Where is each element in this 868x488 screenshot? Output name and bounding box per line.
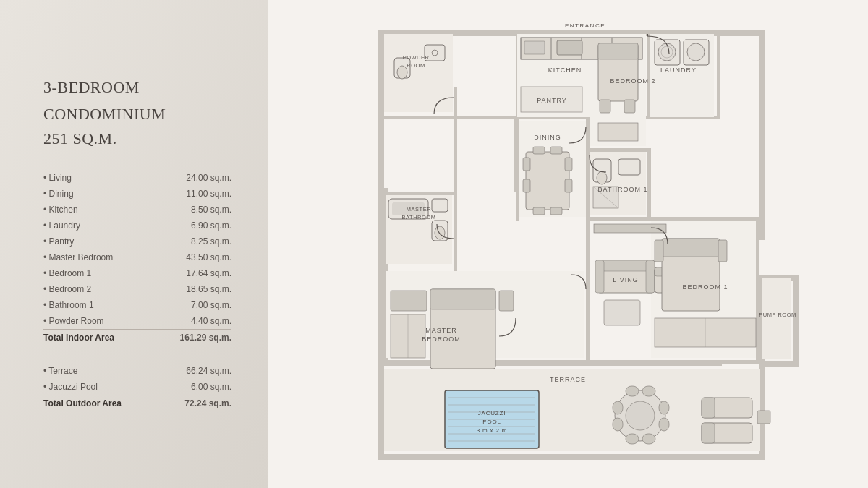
right-panel: ENTRANCE KITCHEN LAUNDRY PANTRY POWDER R… — [268, 0, 868, 488]
svg-rect-100 — [595, 260, 604, 293]
floorplan-svg: ENTRANCE KITCHEN LAUNDRY PANTRY POWDER R… — [315, 14, 821, 474]
svg-rect-30 — [586, 148, 651, 152]
terrace-label: TERRACE — [550, 376, 586, 383]
spec-row: • Pantry 8.25 sq.m. — [43, 234, 231, 249]
floorplan-container: ENTRANCE KITCHEN LAUNDRY PANTRY POWDER R… — [315, 14, 821, 474]
svg-rect-35 — [516, 116, 519, 148]
specs-table: • Living 24.00 sq.m. • Dining 11.00 sq.m… — [43, 170, 231, 411]
spec-value: 8.25 sq.m. — [157, 234, 231, 249]
svg-point-72 — [687, 43, 705, 61]
outdoor-spec-label: • Jacuzzi Pool — [43, 379, 157, 395]
spec-row: • Dining 11.00 sq.m. — [43, 186, 231, 202]
bed1-label: BEDROOM 1 — [682, 283, 728, 291]
svg-rect-74 — [523, 158, 530, 171]
svg-rect-34 — [516, 148, 519, 221]
spec-label: • Pantry — [43, 234, 157, 249]
left-panel: 3-BEDROOM CONDOMINIUM 251 SQ.M. • Living… — [0, 0, 268, 488]
spec-value: 17.64 sq.m. — [157, 265, 231, 281]
svg-rect-95 — [499, 291, 514, 311]
spec-value: 43.50 sq.m. — [157, 249, 231, 265]
svg-point-88 — [597, 171, 607, 184]
jacuzzi-size: 3 m x 2 m — [477, 427, 507, 434]
entrance-label: ENTRANCE — [565, 22, 605, 29]
svg-rect-75 — [523, 179, 530, 192]
outdoor-spec-row: • Terrace 66.24 sq.m. — [43, 363, 231, 379]
total-outdoor-label: Total Outdoor Area — [43, 395, 157, 412]
svg-rect-25 — [756, 217, 760, 361]
spec-label: • Bathroom 1 — [43, 297, 157, 313]
svg-rect-76 — [565, 158, 572, 171]
bed2-label: BEDROOM 2 — [610, 77, 655, 85]
spec-value: 24.00 sq.m. — [157, 170, 231, 186]
svg-rect-14 — [454, 87, 457, 192]
spec-label: • Kitchen — [43, 202, 157, 218]
svg-rect-84 — [600, 100, 610, 113]
spec-label: • Bedroom 1 — [43, 265, 157, 281]
svg-rect-123 — [626, 386, 639, 396]
spec-row: • Laundry 6.90 sq.m. — [43, 218, 231, 234]
spec-value: 11.00 sq.m. — [157, 186, 231, 202]
svg-rect-27 — [647, 148, 651, 221]
jacuzzi-label2: POOL — [482, 419, 501, 425]
svg-point-58 — [435, 226, 445, 239]
svg-rect-28 — [586, 217, 651, 221]
jacuzzi-label: JACUZZI — [478, 410, 506, 416]
spec-value: 8.50 sq.m. — [157, 202, 231, 218]
spec-label: • Living — [43, 170, 157, 186]
svg-rect-108 — [655, 240, 663, 262]
svg-rect-93 — [430, 289, 495, 309]
svg-rect-33 — [586, 116, 590, 152]
kitchen-label: KITCHEN — [548, 67, 582, 74]
svg-rect-7 — [759, 361, 799, 367]
master-bath-label2: BATHROOM — [402, 214, 436, 221]
laundry-label: LAUNDRY — [660, 67, 697, 74]
powder-room-label2: ROOM — [407, 62, 425, 69]
svg-rect-6 — [793, 275, 799, 367]
svg-rect-2 — [378, 30, 384, 366]
master-bed-label: MASTER — [425, 327, 457, 334]
svg-rect-86 — [598, 123, 638, 141]
svg-rect-127 — [659, 401, 669, 414]
spec-row: • Powder Room 4.40 sq.m. — [43, 313, 231, 330]
svg-rect-18 — [454, 116, 517, 119]
svg-point-52 — [397, 66, 407, 79]
total-outdoor-row: Total Outdoor Area 72.24 sq.m. — [43, 395, 231, 412]
svg-rect-107 — [662, 239, 720, 257]
spec-row: • Bedroom 2 18.65 sq.m. — [43, 281, 231, 297]
total-indoor-row: Total Indoor Area 161.29 sq.m. — [43, 330, 231, 346]
pump-room-label: PUMP ROOM — [759, 312, 796, 318]
bath1-label: BATHROOM 1 — [598, 186, 648, 193]
svg-rect-101 — [646, 260, 655, 293]
spec-label: • Master Bedroom — [43, 249, 157, 265]
svg-rect-77 — [565, 179, 572, 192]
svg-rect-94 — [391, 291, 427, 311]
svg-rect-134 — [702, 423, 715, 443]
dining-label: DINING — [534, 134, 561, 141]
svg-rect-83 — [598, 43, 638, 59]
svg-point-122 — [626, 401, 655, 430]
spec-row: • Bathroom 1 7.00 sq.m. — [43, 297, 231, 313]
svg-rect-80 — [533, 207, 545, 215]
svg-rect-125 — [613, 401, 623, 414]
svg-rect-85 — [624, 100, 635, 113]
svg-rect-65 — [557, 40, 582, 55]
svg-rect-132 — [702, 398, 715, 418]
svg-rect-128 — [659, 418, 669, 431]
svg-rect-129 — [626, 434, 639, 444]
outdoor-spec-row: • Jacuzzi Pool 6.00 sq.m. — [43, 379, 231, 395]
svg-rect-79 — [550, 147, 562, 154]
svg-point-69 — [658, 43, 676, 61]
pantry-label: PANTRY — [537, 97, 567, 104]
svg-rect-78 — [533, 147, 545, 154]
total-indoor-value: 161.29 sq.m. — [157, 330, 231, 346]
svg-rect-59 — [432, 199, 448, 212]
svg-rect-109 — [718, 240, 727, 262]
svg-rect-124 — [642, 386, 655, 396]
total-indoor-label: Total Indoor Area — [43, 330, 157, 346]
svg-rect-49 — [762, 278, 791, 359]
svg-rect-36 — [717, 30, 720, 117]
svg-rect-9 — [378, 454, 765, 460]
svg-rect-8 — [378, 366, 384, 460]
svg-rect-16 — [454, 192, 457, 267]
title-line2: CONDOMINIUM — [43, 103, 231, 126]
